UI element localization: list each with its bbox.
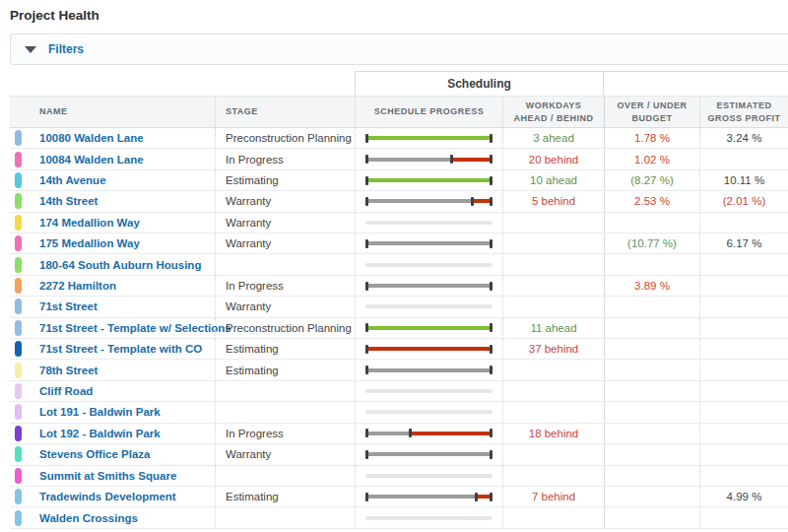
stage-cell — [215, 254, 355, 274]
stage-value: Estimating — [226, 174, 279, 186]
budget-cell — [604, 466, 699, 486]
table-row: Summit at Smiths Square — [10, 466, 788, 487]
group-header-rest — [604, 71, 788, 96]
project-name-link[interactable]: 71st Street - Template with CO — [39, 343, 202, 355]
project-name-link[interactable]: 14th Street — [39, 195, 98, 207]
schedule-progress-cell — [355, 424, 502, 443]
stage-cell: Warranty — [215, 233, 355, 253]
name-cell: 14th Street — [10, 191, 215, 211]
name-cell: Stevens Office Plaza — [10, 444, 215, 464]
profit-cell — [699, 444, 788, 464]
project-color-pill — [15, 172, 22, 188]
workdays-cell: 18 behind — [502, 424, 604, 443]
stage-value: Warranty — [226, 237, 271, 249]
profit-cell — [699, 149, 788, 168]
profit-cell — [699, 381, 788, 401]
schedule-progress-bar — [365, 385, 492, 397]
profit-cell — [699, 297, 788, 316]
budget-cell: (10.77 %) — [604, 233, 699, 253]
stage-value: Estimating — [226, 491, 279, 502]
workdays-cell — [502, 213, 604, 233]
stage-cell: Preconstruction Planning — [215, 318, 355, 338]
filters-label: Filters — [48, 42, 84, 56]
name-cell: 14th Avenue — [10, 170, 215, 190]
gross-profit-value: (2.01 %) — [723, 195, 765, 207]
column-header-budget: OVER / UNDER BUDGET — [604, 97, 699, 127]
schedule-progress-cell — [355, 213, 502, 233]
project-name-link[interactable]: 14th Avenue — [39, 174, 106, 186]
table-body: 10080 Walden Lane Preconstruction Planni… — [10, 128, 788, 529]
project-name-link[interactable]: 71st Street — [39, 300, 98, 312]
workdays-cell: 37 behind — [502, 339, 604, 359]
project-color-pill — [15, 130, 22, 146]
workdays-cell — [502, 381, 604, 401]
filters-toggle[interactable]: Filters — [10, 33, 788, 65]
schedule-progress-cell — [355, 254, 502, 274]
project-health-table: Scheduling NAME STAGE SCHEDULE PROGRESS … — [10, 71, 788, 529]
project-color-pill — [15, 215, 22, 231]
stage-cell: Estimating — [215, 487, 355, 506]
project-name-link[interactable]: 2272 Hamilton — [39, 280, 116, 292]
schedule-progress-bar — [365, 132, 492, 144]
schedule-progress-cell — [355, 381, 502, 401]
schedule-progress-bar — [365, 174, 492, 186]
profit-cell — [699, 402, 788, 422]
project-color-pill — [15, 510, 22, 526]
profit-cell: 6.17 % — [699, 233, 788, 253]
project-name-link[interactable]: 180-64 South Auburn Housing — [39, 259, 201, 271]
budget-value: 2.53 % — [634, 195, 670, 207]
workdays-cell — [502, 233, 604, 253]
project-name-link[interactable]: Walden Crossings — [39, 512, 138, 524]
budget-cell: 1.02 % — [604, 149, 699, 168]
table-row: Walden Crossings — [10, 507, 788, 528]
schedule-progress-bar — [365, 300, 492, 312]
schedule-progress-bar — [365, 491, 492, 502]
column-header-gross-profit: ESTIMATED GROSS PROFIT — [699, 97, 788, 127]
project-name-link[interactable]: 71st Street - Template w/ Selections — [39, 322, 231, 334]
table-row: Tradewinds Development Estimating 7 behi… — [10, 487, 788, 507]
project-name-link[interactable]: Lot 191 - Baldwin Park — [39, 406, 161, 418]
budget-cell: 1.78 % — [604, 128, 699, 148]
project-name-link[interactable]: Lot 192 - Baldwin Park — [39, 428, 161, 439]
schedule-progress-bar — [365, 237, 492, 249]
project-name-link[interactable]: 10084 Walden Lane — [39, 154, 144, 166]
schedule-progress-cell — [355, 507, 502, 527]
project-name-link[interactable]: Stevens Office Plaza — [39, 448, 151, 460]
profit-cell: 3.24 % — [699, 128, 788, 148]
budget-cell — [604, 381, 699, 401]
budget-cell — [604, 487, 699, 506]
table-row: 10084 Walden Lane In Progress 20 behind … — [10, 149, 788, 169]
profit-cell — [699, 507, 788, 527]
group-header-spacer — [10, 71, 355, 96]
column-header-name: NAME — [10, 97, 215, 127]
project-name-link[interactable]: 175 Medallion Way — [39, 237, 140, 249]
project-color-pill — [15, 299, 22, 314]
table-row: 78th Street Estimating — [10, 360, 788, 380]
profit-cell: 10.11 % — [699, 170, 788, 190]
name-cell: Walden Crossings — [10, 507, 215, 527]
project-name-link[interactable]: 78th Street — [39, 365, 98, 376]
workdays-cell — [502, 297, 604, 316]
workdays-value: 3 ahead — [533, 132, 574, 144]
budget-value: (8.27 %) — [630, 174, 673, 186]
schedule-progress-cell — [355, 402, 502, 422]
workdays-cell — [502, 254, 604, 274]
schedule-progress-bar — [365, 448, 492, 460]
stage-cell: In Progress — [215, 424, 355, 443]
scheduling-group-header: Scheduling — [355, 71, 604, 96]
table-row: 14th Street Warranty 5 behind 2.53 % (2.… — [10, 191, 788, 212]
project-name-link[interactable]: 174 Medallion Way — [39, 217, 140, 229]
stage-value: Preconstruction Planning — [226, 322, 352, 334]
project-name-link[interactable]: Tradewinds Development — [39, 491, 176, 502]
stage-value: In Progress — [226, 154, 284, 166]
stage-cell — [215, 507, 355, 527]
project-name-link[interactable]: Cliff Road — [39, 385, 93, 397]
schedule-progress-cell — [355, 487, 502, 506]
project-name-link[interactable]: 10080 Walden Lane — [39, 132, 144, 144]
project-name-link[interactable]: Summit at Smiths Square — [39, 470, 176, 482]
budget-value: 1.78 % — [634, 132, 670, 144]
stage-cell — [215, 381, 355, 401]
profit-cell — [699, 318, 788, 338]
workdays-value: 5 behind — [532, 195, 575, 207]
gross-profit-value: 10.11 % — [724, 174, 764, 186]
